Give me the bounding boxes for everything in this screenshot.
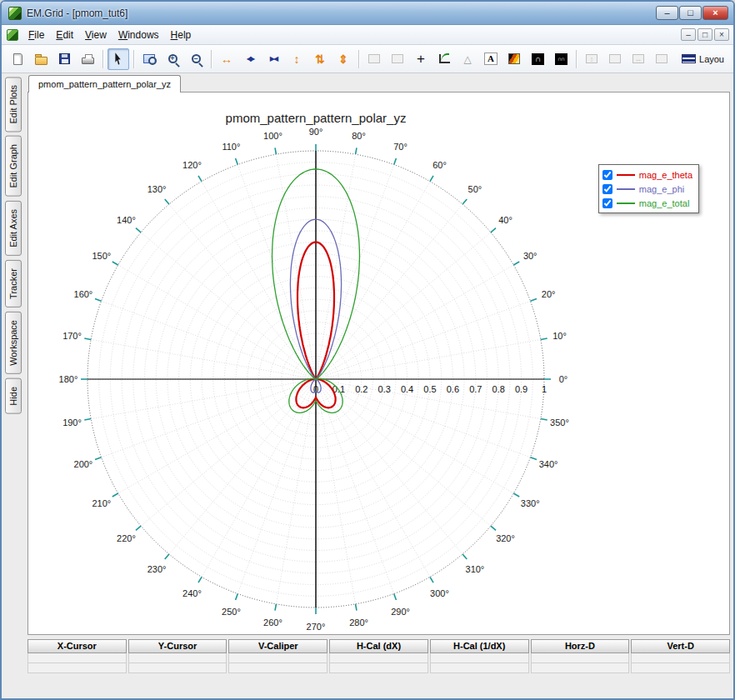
- side-tab-edit-plots[interactable]: Edit Plots: [5, 77, 22, 132]
- toolbar-expand-vertical-button[interactable]: ↕: [286, 48, 308, 70]
- box-tool-2-icon: [656, 54, 668, 63]
- svg-text:200°: 200°: [74, 459, 93, 469]
- toolbar-save-file-button[interactable]: [53, 48, 75, 70]
- svg-text:20°: 20°: [542, 289, 556, 299]
- graph-area[interactable]: 0°10°20°30°40°50°60°70°80°90°100°110°120…: [28, 92, 730, 635]
- main-area: Edit PlotsEdit GraphEdit AxesTrackerWork…: [2, 73, 733, 698]
- toolbar-box-tool-2-button[interactable]: [651, 48, 672, 70]
- toolbar-shrink-horizontal-button[interactable]: ▶◀: [262, 48, 284, 70]
- toolbar-zoom-out-button[interactable]: [185, 48, 207, 70]
- readout-cell: [531, 653, 630, 663]
- side-tab-workspace[interactable]: Workspace: [5, 312, 22, 374]
- toolbar-new-document-button[interactable]: [7, 48, 28, 70]
- app-icon: [8, 7, 22, 20]
- document-tab-bar: pmom_pattern_pattern_polar_yz: [25, 73, 733, 92]
- legend-label-mag_e_total: mag_e_total: [639, 198, 690, 208]
- svg-text:30°: 30°: [523, 251, 538, 261]
- toolbar-pattern-view-1-button[interactable]: ∩: [527, 48, 548, 70]
- expand-vertical-icon: ↕: [294, 53, 300, 65]
- menubar: FileEditViewWindowsHelp –□×: [2, 25, 733, 45]
- menu-help[interactable]: Help: [165, 27, 198, 43]
- close-child-button[interactable]: ×: [714, 28, 729, 41]
- menu-edit[interactable]: Edit: [50, 27, 79, 43]
- svg-text:130°: 130°: [148, 184, 167, 194]
- titlebar[interactable]: EM.Grid - [pmom_tut6] –□×: [2, 2, 733, 25]
- svg-text:240°: 240°: [182, 588, 202, 598]
- fit-horizontal-disabled-icon: ↔: [632, 54, 644, 63]
- readout-cell: [128, 653, 228, 663]
- svg-text:230°: 230°: [148, 564, 167, 574]
- chart-title: pmom_pattern_pattern_polar_yz: [226, 111, 407, 125]
- add-text-label-icon: A: [484, 52, 498, 65]
- toolbar-expand-horizontal-button[interactable]: ↔: [216, 48, 238, 70]
- legend-checkbox-mag_e_phi[interactable]: [602, 184, 612, 194]
- doc-tab-pmom-pattern[interactable]: pmom_pattern_pattern_polar_yz: [28, 75, 181, 92]
- toolbar-colormap-view-button[interactable]: [503, 48, 525, 70]
- toolbar-select-cursor-button[interactable]: [108, 48, 129, 70]
- toolbar-curve-tracker-button[interactable]: [433, 48, 455, 70]
- pattern-view-1-icon: ∩: [532, 53, 544, 65]
- minimize-child-button[interactable]: –: [681, 28, 696, 41]
- side-tab-edit-graph[interactable]: Edit Graph: [5, 136, 22, 197]
- window-title: EM.Grid - [pmom_tut6]: [27, 8, 128, 19]
- svg-text:110°: 110°: [222, 142, 240, 152]
- svg-text:250°: 250°: [222, 607, 241, 617]
- minimize-button[interactable]: –: [656, 6, 678, 20]
- autoscale-vertical-icon: ⇕: [338, 53, 348, 65]
- menu-windows[interactable]: Windows: [112, 27, 165, 43]
- scroll-vertical-icon: ⇅: [315, 53, 325, 65]
- toolbar-print-button[interactable]: [77, 48, 98, 70]
- menu-file[interactable]: File: [22, 27, 50, 43]
- readout-header-h-cal-dx-: H-Cal (dX): [329, 639, 428, 653]
- readout-cell: [329, 653, 428, 663]
- toolbar-clear-region-button[interactable]: [387, 48, 408, 70]
- toolbar-separator: [133, 50, 134, 68]
- svg-text:100°: 100°: [263, 131, 282, 141]
- toolbar-autoscale-vertical-button[interactable]: ⇕: [332, 48, 354, 70]
- toolbar-add-text-label-button[interactable]: A: [480, 48, 502, 70]
- maximize-button[interactable]: □: [679, 6, 702, 20]
- side-tab-tracker[interactable]: Tracker: [5, 260, 22, 308]
- svg-text:300°: 300°: [430, 588, 449, 598]
- new-document-icon: [13, 53, 22, 65]
- legend-checkbox-mag_e_total[interactable]: [602, 198, 612, 208]
- side-tab-edit-axes[interactable]: Edit Axes: [5, 201, 22, 256]
- close-button[interactable]: ×: [702, 6, 728, 20]
- svg-text:150°: 150°: [92, 251, 111, 261]
- toolbar: ↔◀▶▶◀↕⇅⇕+△A∩∩∩↕↔Layou: [2, 45, 733, 73]
- toolbar-pattern-view-2-button[interactable]: ∩∩: [550, 48, 572, 70]
- svg-text:10°: 10°: [552, 331, 567, 341]
- restore-child-button[interactable]: □: [698, 28, 712, 41]
- print-icon: [82, 58, 94, 64]
- toolbar-fit-vertical-disabled-button[interactable]: ↕: [581, 48, 602, 70]
- readout-cell: [430, 663, 529, 673]
- legend-row-mag_e_theta: mag_e_theta: [602, 168, 692, 182]
- svg-text:50°: 50°: [468, 184, 482, 194]
- legend-label-mag_e_theta: mag_e_theta: [639, 170, 692, 180]
- toolbar-fit-horizontal-disabled-button[interactable]: ↔: [628, 48, 649, 70]
- select-region-icon: [368, 54, 380, 63]
- legend-line-sample: [617, 174, 635, 176]
- legend-row-mag_e_total: mag_e_total: [602, 196, 692, 210]
- svg-text:60°: 60°: [432, 160, 447, 170]
- expand-horizontal-icon: ↔: [221, 53, 232, 65]
- toolbar-zoom-in-button[interactable]: [162, 48, 183, 70]
- readout-cell: [28, 663, 127, 673]
- toolbar-select-region-button[interactable]: [363, 48, 385, 70]
- toolbar-open-file-button[interactable]: [30, 48, 52, 70]
- svg-text:290°: 290°: [391, 607, 410, 617]
- toolbar-slope-tool-button[interactable]: △: [457, 48, 478, 70]
- menu-view[interactable]: View: [79, 27, 112, 43]
- colormap-view-icon: [508, 53, 520, 64]
- toolbar-crosshair-tracker-button[interactable]: +: [410, 48, 432, 70]
- toolbar-scroll-vertical-button[interactable]: ⇅: [309, 48, 331, 70]
- open-file-icon: [35, 57, 48, 65]
- side-tab-hide[interactable]: Hide: [5, 378, 22, 414]
- toolbar-scroll-horizontal-button[interactable]: ◀▶: [239, 48, 261, 70]
- svg-text:180°: 180°: [59, 374, 78, 384]
- toolbar-zoom-region-button[interactable]: [138, 48, 160, 70]
- readout-cell: [128, 663, 228, 673]
- legend-checkbox-mag_e_theta[interactable]: [602, 170, 612, 180]
- toolbar-layout-button[interactable]: Layou: [678, 48, 728, 70]
- toolbar-box-tool-1-button[interactable]: [604, 48, 626, 70]
